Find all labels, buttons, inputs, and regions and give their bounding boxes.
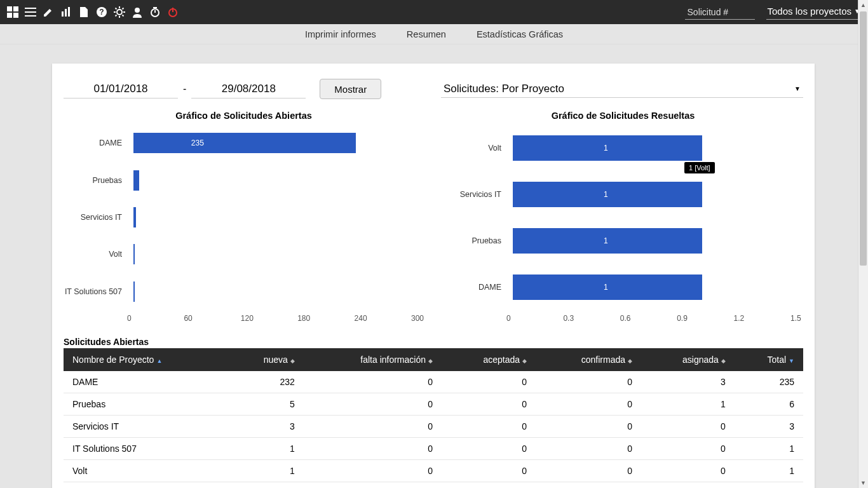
nav-stats[interactable]: Estadísticas Gráficas xyxy=(477,29,563,39)
cell-confirmada: 0 xyxy=(536,393,641,416)
report-type-label: Solicitudes: Por Proyecto xyxy=(444,83,564,95)
nav-print[interactable]: Imprimir informes xyxy=(305,29,376,39)
th-total[interactable]: Total▼ xyxy=(735,348,803,371)
chart-bar[interactable] xyxy=(133,281,417,302)
scroll-down-icon[interactable]: ▼ xyxy=(858,478,868,488)
chart-bar-value: 1 xyxy=(604,135,793,161)
cell-name: Pruebas xyxy=(64,393,229,416)
chart-bar[interactable]: 1 xyxy=(513,274,797,300)
svg-line-18 xyxy=(123,15,124,17)
date-separator: - xyxy=(178,83,191,95)
table-header: Nombre de Proyecto▲ nueva◆ falta informa… xyxy=(64,348,803,371)
table-row[interactable]: Volt100001 xyxy=(64,460,803,482)
user-icon[interactable] xyxy=(131,6,144,18)
cell-aceptada: 0 xyxy=(442,393,536,416)
topbar-icons: ? xyxy=(6,6,179,18)
svg-point-12 xyxy=(117,10,122,15)
cell-confirmada: 0 xyxy=(536,438,641,460)
chart-bar[interactable]: 235 xyxy=(133,133,417,153)
table-row[interactable]: IT Solutions 507100001 xyxy=(64,438,803,460)
chart-category-label: Pruebas xyxy=(443,228,506,254)
nav-summary[interactable]: Resumen xyxy=(407,29,446,39)
help-icon[interactable]: ? xyxy=(95,6,108,18)
chevron-down-icon: ▼ xyxy=(794,85,801,92)
list-icon[interactable] xyxy=(24,6,37,18)
cell-aceptada: 0 xyxy=(442,460,536,482)
cell-total: 6 xyxy=(735,393,803,416)
chart-xtick: 0.3 xyxy=(563,314,574,323)
chart-bar[interactable]: 1 xyxy=(513,135,797,161)
svg-rect-6 xyxy=(25,15,36,17)
page-scrollbar[interactable]: ▲ ▼ xyxy=(858,0,868,488)
table-row[interactable]: DAME2320003235 xyxy=(64,371,803,393)
cell-asignada: 0 xyxy=(641,460,735,482)
dashboard-icon[interactable] xyxy=(6,6,19,18)
gear-icon[interactable] xyxy=(113,6,126,18)
document-icon[interactable] xyxy=(78,6,90,18)
cell-total: 3 xyxy=(735,416,803,438)
report-type-select[interactable]: Solicitudes: Por Proyecto ▼ xyxy=(441,80,803,98)
chart-category-label: Pruebas xyxy=(64,170,127,191)
th-aceptada[interactable]: aceptada◆ xyxy=(442,348,536,371)
show-button[interactable]: Mostrar xyxy=(320,79,381,99)
chart-open-area: 235 060120180240300 DAMEPruebasServicios… xyxy=(64,125,424,328)
table-body: DAME2320003235Pruebas500016Servicios IT3… xyxy=(64,371,803,482)
cell-aceptada: 0 xyxy=(442,438,536,460)
th-name[interactable]: Nombre de Proyecto▲ xyxy=(64,348,229,371)
cell-confirmada: 0 xyxy=(536,460,641,482)
svg-rect-7 xyxy=(62,11,64,17)
cell-total: 1 xyxy=(735,460,803,482)
chart-bar-value: 1 xyxy=(604,274,793,300)
power-icon[interactable] xyxy=(166,6,179,18)
table-row[interactable]: Servicios IT300003 xyxy=(64,416,803,438)
chart-resolved: Gráfico de Solicitudes Resueltas 11111 [… xyxy=(443,111,803,328)
search-input[interactable] xyxy=(685,5,755,20)
chart-xtick: 0 xyxy=(127,314,132,323)
chart-xtick: 1.5 xyxy=(790,314,801,323)
topbar: ? Todos los proyectos ▼ xyxy=(0,0,868,24)
chart-xtick: 0.6 xyxy=(620,314,631,323)
secondary-nav: Imprimir informes Resumen Estadísticas G… xyxy=(0,24,868,44)
cell-aceptada: 0 xyxy=(442,416,536,438)
svg-point-21 xyxy=(135,8,140,13)
scroll-up-icon[interactable]: ▲ xyxy=(858,0,868,10)
svg-rect-0 xyxy=(7,6,12,11)
svg-rect-3 xyxy=(13,13,18,18)
th-nueva[interactable]: nueva◆ xyxy=(229,348,304,371)
date-from-input[interactable] xyxy=(64,79,178,98)
date-to-input[interactable] xyxy=(191,79,306,98)
cell-total: 1 xyxy=(735,438,803,460)
chart-bar[interactable] xyxy=(133,170,417,191)
timer-icon[interactable] xyxy=(149,6,161,18)
open-requests-table: Nombre de Proyecto▲ nueva◆ falta informa… xyxy=(64,348,803,482)
main-panel: - Mostrar Solicitudes: Por Proyecto ▼ Gr… xyxy=(52,64,815,488)
cell-falta: 0 xyxy=(304,438,442,460)
th-falta[interactable]: falta información◆ xyxy=(304,348,442,371)
scroll-thumb[interactable] xyxy=(860,11,867,266)
svg-text:?: ? xyxy=(99,8,104,17)
th-asignada[interactable]: asignada◆ xyxy=(641,348,735,371)
svg-rect-24 xyxy=(153,7,157,8)
svg-line-20 xyxy=(123,8,124,10)
chart-bar[interactable] xyxy=(133,244,417,264)
chart-open: Gráfico de Solicitudes Abiertas 235 0601… xyxy=(64,111,424,328)
svg-line-17 xyxy=(116,8,117,10)
project-selector[interactable]: Todos los proyectos ▼ xyxy=(766,4,862,20)
chart-category-label: Servicios IT xyxy=(443,182,506,207)
cell-name: DAME xyxy=(64,371,229,393)
th-confirmada[interactable]: confirmada◆ xyxy=(536,348,641,371)
chart-icon[interactable] xyxy=(60,6,72,18)
svg-rect-5 xyxy=(25,11,36,13)
filters-row: - Mostrar Solicitudes: Por Proyecto ▼ xyxy=(64,79,803,99)
table-row[interactable]: Pruebas500016 xyxy=(64,393,803,416)
chart-bar[interactable] xyxy=(133,207,417,227)
chart-category-label: Servicios IT xyxy=(64,207,127,227)
cell-aceptada: 0 xyxy=(442,371,536,393)
chart-category-label: Volt xyxy=(443,135,506,161)
chart-bar[interactable]: 1 xyxy=(513,182,797,207)
svg-rect-1 xyxy=(13,6,18,11)
chart-bar[interactable]: 1 xyxy=(513,228,797,254)
cell-confirmada: 0 xyxy=(536,416,641,438)
chart-xtick: 180 xyxy=(297,314,310,323)
edit-icon[interactable] xyxy=(42,6,55,18)
